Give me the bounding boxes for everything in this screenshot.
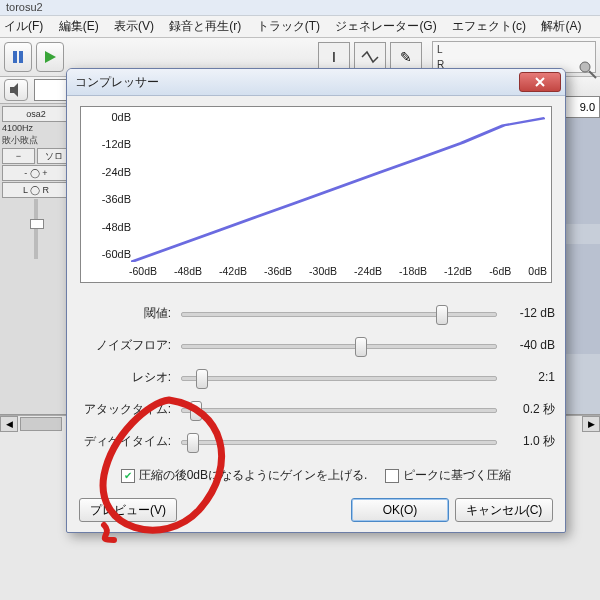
scroll-thumb[interactable] <box>20 417 62 431</box>
menu-generate[interactable]: ジェネレーター(G) <box>335 18 436 35</box>
param-value: 1.0 秒 <box>501 433 555 450</box>
peak-checkbox[interactable]: ピークに基づく圧縮 <box>385 467 511 484</box>
compressor-dialog: コンプレッサー 0dB -12dB -24dB -36dB -48dB -60d… <box>66 68 566 533</box>
dialog-buttons: プレビュー(V) OK(O) キャンセル(C) <box>77 498 555 522</box>
scroll-left-icon[interactable]: ◀ <box>0 416 18 432</box>
svg-rect-1 <box>19 51 23 63</box>
param-row: アタックタイム:0.2 秒 <box>77 393 555 425</box>
param-label: アタックタイム: <box>77 401 177 418</box>
app-title: torosu2 <box>0 0 600 16</box>
ytick: -24dB <box>83 166 131 178</box>
ytick: -36dB <box>83 193 131 205</box>
checkbox-icon <box>385 469 399 483</box>
param-slider[interactable] <box>177 335 501 355</box>
xtick: 0dB <box>528 265 547 281</box>
xtick: -30dB <box>309 265 337 281</box>
param-slider[interactable] <box>177 431 501 451</box>
xtick: -6dB <box>489 265 511 281</box>
gain-slider[interactable]: - ◯ + <box>2 165 70 181</box>
param-label: 閾値: <box>77 305 177 322</box>
track-panel: osa2 4100Hz 敗小敗点 − ソロ - ◯ + L ◯ R <box>0 104 73 414</box>
param-value: -12 dB <box>501 306 555 320</box>
svg-marker-2 <box>45 51 56 63</box>
checkbox-label: 圧縮の後0dBになるようにゲインを上げる. <box>139 467 368 484</box>
checkbox-icon: ✔ <box>121 469 135 483</box>
plot-x-axis: -60dB -48dB -42dB -36dB -30dB -24dB -18d… <box>129 265 547 281</box>
menu-file[interactable]: イル(F) <box>4 18 43 35</box>
param-value: -40 dB <box>501 338 555 352</box>
ytick: 0dB <box>83 111 131 123</box>
pause-button[interactable] <box>4 42 32 72</box>
param-row: レシオ:2:1 <box>77 361 555 393</box>
track-rate: 4100Hz <box>2 123 70 133</box>
dialog-title: コンプレッサー <box>75 74 159 91</box>
xtick: -24dB <box>354 265 382 281</box>
xtick: -42dB <box>219 265 247 281</box>
svg-point-4 <box>580 62 590 72</box>
svg-marker-3 <box>10 83 18 97</box>
track-name-dropdown[interactable]: osa2 <box>2 106 70 122</box>
param-value: 0.2 秒 <box>501 401 555 418</box>
param-slider[interactable] <box>177 367 501 387</box>
xtick: -36dB <box>264 265 292 281</box>
param-list: 閾値:-12 dBノイズフロア:-40 dBレシオ:2:1アタックタイム:0.2… <box>77 297 555 457</box>
xtick: -12dB <box>444 265 472 281</box>
svg-line-5 <box>589 71 596 78</box>
menu-effect[interactable]: エフェクト(c) <box>452 18 526 35</box>
pan-slider[interactable]: L ◯ R <box>2 182 70 198</box>
menu-view[interactable]: 表示(V) <box>114 18 154 35</box>
mute-button[interactable]: − <box>2 148 35 164</box>
param-slider[interactable] <box>177 303 501 323</box>
param-slider[interactable] <box>177 399 501 419</box>
menu-analyze[interactable]: 解析(A) <box>541 18 581 35</box>
param-row: 閾値:-12 dB <box>77 297 555 329</box>
cancel-button[interactable]: キャンセル(C) <box>455 498 553 522</box>
plot-area <box>131 113 545 262</box>
param-label: レシオ: <box>77 369 177 386</box>
gain-makeup-checkbox[interactable]: ✔ 圧縮の後0dBになるようにゲインを上げる. <box>121 467 368 484</box>
xtick: -60dB <box>129 265 157 281</box>
meter-l: L <box>437 44 595 55</box>
param-value: 2:1 <box>501 370 555 384</box>
track-format: 敗小敗点 <box>2 134 70 147</box>
v-sliders[interactable] <box>2 199 70 259</box>
preview-button[interactable]: プレビュー(V) <box>79 498 177 522</box>
ytick: -48dB <box>83 221 131 233</box>
play-button[interactable] <box>36 42 64 72</box>
plot-y-axis: 0dB -12dB -24dB -36dB -48dB -60dB <box>81 107 133 264</box>
xtick: -18dB <box>399 265 427 281</box>
ok-button[interactable]: OK(O) <box>351 498 449 522</box>
param-label: ディケイタイム: <box>77 433 177 450</box>
dialog-titlebar: コンプレッサー <box>67 69 565 96</box>
menu-transport[interactable]: 録音と再生(r) <box>169 18 241 35</box>
mic-icon[interactable] <box>578 60 598 80</box>
menu-tracks[interactable]: トラック(T) <box>257 18 320 35</box>
menubar: イル(F) 編集(E) 表示(V) 録音と再生(r) トラック(T) ジェネレー… <box>0 16 600 38</box>
param-row: ノイズフロア:-40 dB <box>77 329 555 361</box>
close-button[interactable] <box>519 72 561 92</box>
scroll-right-icon[interactable]: ▶ <box>582 416 600 432</box>
ytick: -60dB <box>83 248 131 260</box>
menu-edit[interactable]: 編集(E) <box>59 18 99 35</box>
checkbox-row: ✔ 圧縮の後0dBになるようにゲインを上げる. ピークに基づく圧縮 <box>77 467 555 484</box>
compressor-curve-plot: 0dB -12dB -24dB -36dB -48dB -60dB -60dB … <box>80 106 552 283</box>
xtick: -48dB <box>174 265 202 281</box>
ytick: -12dB <box>83 138 131 150</box>
speaker-icon[interactable] <box>4 79 28 101</box>
param-row: ディケイタイム:1.0 秒 <box>77 425 555 457</box>
param-label: ノイズフロア: <box>77 337 177 354</box>
svg-rect-0 <box>13 51 17 63</box>
checkbox-label: ピークに基づく圧縮 <box>403 467 511 484</box>
